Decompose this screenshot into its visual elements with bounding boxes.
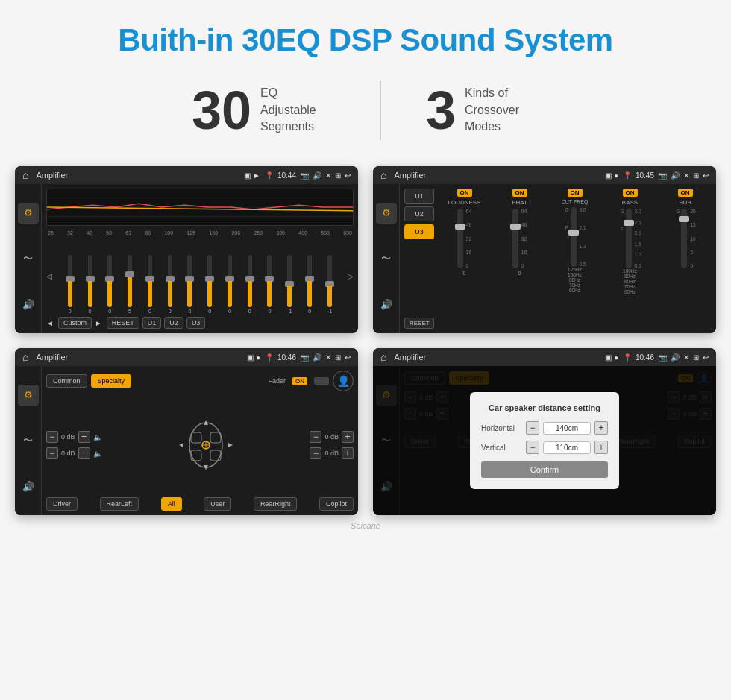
specialty-sidebar-eq[interactable]: ⚙	[18, 385, 39, 406]
specialty-volume-icon: 🔊	[313, 353, 321, 362]
crossover-window-icon[interactable]: ⊞	[693, 171, 699, 180]
person-icon[interactable]: 👤	[333, 371, 354, 391]
fader-on[interactable]: ON	[292, 377, 307, 385]
specialty-status-bar: ⌂ Amplifier ▣ ● 📍 10:46 📷 🔊 ✕ ⊞ ↩	[15, 348, 358, 366]
eq-main: 25 32 40 50 63 80 100 125 160 200 250 32…	[42, 184, 358, 333]
confirm-button[interactable]: Confirm	[481, 461, 608, 478]
crossover-sidebar-wave[interactable]: 〜	[376, 248, 397, 269]
distance-location-icon: 📍	[623, 353, 632, 362]
specialty-sidebar: ⚙ 〜 🔊	[15, 366, 42, 515]
cutfreq-on[interactable]: ON	[568, 189, 583, 197]
eq-prev-btn[interactable]: ◄	[46, 319, 54, 327]
distance-close-icon[interactable]: ✕	[683, 353, 689, 362]
rl-plus[interactable]: +	[78, 447, 90, 459]
crossover-sidebar-vol[interactable]: 🔊	[376, 294, 397, 315]
crossover-close-icon[interactable]: ✕	[683, 171, 689, 180]
rear-right-vol: − 0 dB +	[310, 447, 354, 459]
eq-thumb-4[interactable]	[125, 271, 134, 277]
common-tab[interactable]: Common	[46, 374, 87, 388]
specialty-sidebar-wave[interactable]: 〜	[18, 430, 39, 451]
copilot-btn[interactable]: Copilot	[319, 497, 354, 511]
eq-bottom-bar: ◄ Custom ► RESET U1 U2 U3	[46, 317, 354, 329]
distance-home-icon[interactable]: ⌂	[380, 351, 386, 363]
sub-on[interactable]: ON	[678, 189, 693, 197]
vertical-plus[interactable]: +	[594, 441, 608, 454]
loudness-slider[interactable]	[457, 209, 463, 268]
eq-slider-8: 0	[207, 255, 212, 314]
fr-value: 0 dB	[324, 433, 339, 441]
eq-window-icon[interactable]: ⊞	[335, 171, 341, 180]
rear-left-btn[interactable]: RearLeft	[100, 497, 139, 511]
crossover-home-icon[interactable]: ⌂	[380, 169, 386, 181]
specialty-sidebar-vol[interactable]: 🔊	[18, 476, 39, 496]
eq-u2-btn[interactable]: U2	[164, 317, 183, 329]
preset-u1[interactable]: U1	[404, 189, 434, 204]
eq-sidebar: ⚙ 〜 🔊	[15, 184, 42, 333]
eq-expand-left[interactable]: ◁	[46, 272, 52, 280]
svg-marker-14	[179, 443, 183, 447]
crossover-sidebar-eq[interactable]: ⚙	[376, 203, 397, 224]
eq-sidebar-wave[interactable]: 〜	[18, 248, 39, 269]
specialty-content: ⚙ 〜 🔊 Common Specialty Fader ON 👤	[15, 366, 358, 515]
fl-plus[interactable]: +	[78, 431, 90, 443]
distance-window-icon[interactable]: ⊞	[693, 353, 699, 362]
distance-title: Amplifier	[394, 353, 600, 362]
fl-minus[interactable]: −	[46, 431, 58, 443]
stats-row: 30 EQ Adjustable Segments 3 Kinds of Cro…	[15, 81, 716, 140]
preset-u2[interactable]: U2	[404, 206, 434, 221]
specialty-close-icon[interactable]: ✕	[325, 353, 331, 362]
channel-loudness: ON LOUDNESS 644832160 0	[438, 189, 491, 329]
specialty-screen: ⌂ Amplifier ▣ ● 📍 10:46 📷 🔊 ✕ ⊞ ↩ ⚙ 〜 🔊	[15, 348, 358, 515]
eq-controls: ▣ ►	[244, 171, 260, 180]
eq-u3-btn[interactable]: U3	[186, 317, 206, 329]
eq-sidebar-eq[interactable]: ⚙	[18, 203, 39, 224]
distance-status-icons: 📍 10:46 📷 🔊 ✕ ⊞ ↩	[623, 353, 709, 362]
eq-close-icon[interactable]: ✕	[325, 171, 331, 180]
eq-back-icon[interactable]: ↩	[345, 171, 351, 180]
cutfreq-slider[interactable]	[571, 207, 577, 267]
eq-title: Amplifier	[36, 171, 239, 180]
specialty-window-icon[interactable]: ⊞	[335, 353, 341, 362]
horizontal-minus[interactable]: −	[526, 421, 539, 435]
fr-minus[interactable]: −	[310, 431, 321, 443]
crossover-back-icon[interactable]: ↩	[703, 171, 709, 180]
eq-reset-btn[interactable]: RESET	[107, 317, 139, 329]
distance-camera-icon: 📷	[658, 353, 667, 362]
user-btn[interactable]: User	[204, 497, 231, 511]
loudness-on[interactable]: ON	[457, 189, 472, 197]
home-icon[interactable]: ⌂	[22, 169, 28, 181]
eq-slider-11: 0	[267, 255, 272, 314]
driver-btn[interactable]: Driver	[46, 497, 78, 511]
eq-u1-btn[interactable]: U1	[142, 317, 162, 329]
preset-u3[interactable]: U3	[404, 224, 434, 239]
rl-minus[interactable]: −	[46, 447, 58, 459]
rr-minus[interactable]: −	[310, 447, 321, 459]
fader-slider[interactable]	[314, 377, 329, 385]
crossover-reset[interactable]: RESET	[404, 318, 434, 329]
specialty-tab[interactable]: Specialty	[91, 374, 132, 388]
eq-custom-btn[interactable]: Custom	[58, 317, 92, 329]
phat-slider[interactable]	[512, 209, 518, 268]
eq-slider-6: 0	[168, 255, 172, 314]
distance-content: ⚙ 〜 🔊 Common Specialty ON 👤 −0 dB+ −0 dB…	[373, 366, 716, 515]
rr-plus[interactable]: +	[342, 447, 354, 459]
vertical-minus[interactable]: −	[526, 441, 539, 454]
fl-value: 0 dB	[61, 433, 75, 441]
specialty-controls: ▣ ●	[247, 353, 260, 362]
bass-on[interactable]: ON	[623, 189, 638, 197]
eq-freq-labels: 25 32 40 50 63 80 100 125 160 200 250 32…	[46, 230, 354, 236]
distance-back-icon[interactable]: ↩	[703, 353, 709, 362]
eq-slider-14: -1	[327, 255, 332, 314]
eq-expand-right[interactable]: ▷	[348, 272, 354, 280]
specialty-back-icon[interactable]: ↩	[345, 353, 351, 362]
specialty-home-icon[interactable]: ⌂	[22, 351, 28, 363]
rear-right-btn[interactable]: RearRight	[254, 497, 298, 511]
eq-sidebar-vol[interactable]: 🔊	[18, 294, 39, 315]
horizontal-plus[interactable]: +	[594, 421, 608, 435]
eq-play-btn[interactable]: ►	[95, 319, 102, 327]
phat-on[interactable]: ON	[512, 189, 527, 197]
bass-slider[interactable]	[626, 209, 632, 268]
fr-plus[interactable]: +	[342, 431, 354, 443]
sub-slider[interactable]	[681, 209, 687, 268]
all-btn[interactable]: All	[161, 497, 182, 511]
